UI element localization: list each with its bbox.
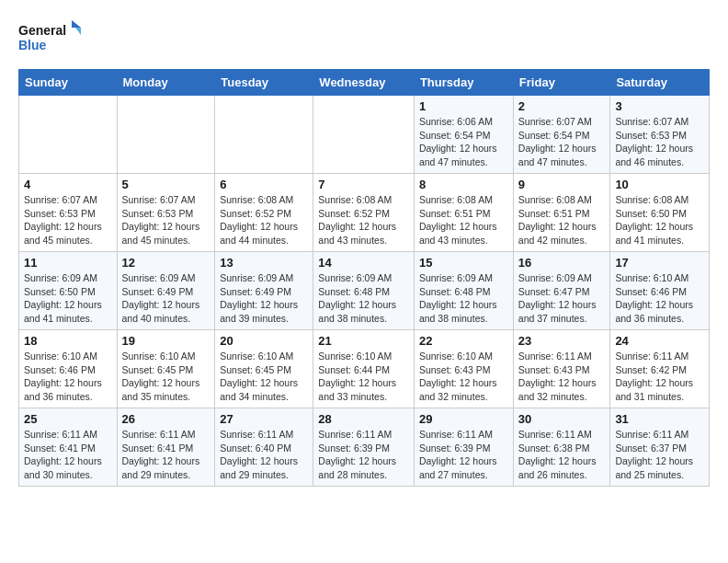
- svg-text:General: General: [18, 23, 66, 38]
- calendar-cell: 5Sunrise: 6:07 AM Sunset: 6:53 PM Daylig…: [117, 174, 215, 252]
- day-number: 9: [518, 178, 606, 191]
- calendar-cell: 20Sunrise: 6:10 AM Sunset: 6:45 PM Dayli…: [215, 330, 313, 408]
- calendar-week-3: 11Sunrise: 6:09 AM Sunset: 6:50 PM Dayli…: [19, 252, 710, 330]
- day-detail: Sunrise: 6:09 AM Sunset: 6:48 PM Dayligh…: [318, 271, 409, 326]
- calendar-cell: 29Sunrise: 6:11 AM Sunset: 6:39 PM Dayli…: [414, 408, 513, 487]
- day-detail: Sunrise: 6:08 AM Sunset: 6:52 PM Dayligh…: [220, 193, 308, 247]
- day-number: 31: [615, 412, 704, 426]
- day-detail: Sunrise: 6:06 AM Sunset: 6:54 PM Dayligh…: [419, 115, 508, 169]
- day-number: 21: [318, 334, 409, 348]
- logo: General Blue: [18, 18, 83, 60]
- day-number: 28: [318, 412, 409, 426]
- svg-marker-3: [75, 28, 81, 35]
- day-detail: Sunrise: 6:11 AM Sunset: 6:38 PM Dayligh…: [518, 428, 606, 482]
- day-detail: Sunrise: 6:10 AM Sunset: 6:46 PM Dayligh…: [24, 350, 112, 404]
- calendar-cell: 25Sunrise: 6:11 AM Sunset: 6:41 PM Dayli…: [19, 408, 118, 487]
- day-detail: Sunrise: 6:09 AM Sunset: 6:47 PM Dayligh…: [518, 271, 606, 326]
- calendar-body: 1Sunrise: 6:06 AM Sunset: 6:54 PM Daylig…: [19, 96, 710, 487]
- calendar-cell: 7Sunrise: 6:08 AM Sunset: 6:52 PM Daylig…: [313, 174, 415, 252]
- day-detail: Sunrise: 6:07 AM Sunset: 6:53 PM Dayligh…: [122, 193, 210, 247]
- day-number: 16: [518, 256, 606, 270]
- calendar-cell: 12Sunrise: 6:09 AM Sunset: 6:49 PM Dayli…: [117, 252, 215, 330]
- day-detail: Sunrise: 6:08 AM Sunset: 6:51 PM Dayligh…: [419, 193, 508, 247]
- day-number: 4: [24, 178, 112, 191]
- weekday-header-monday: Monday: [117, 70, 215, 96]
- day-number: 8: [419, 178, 508, 191]
- day-number: 19: [122, 334, 210, 348]
- logo-svg: General Blue: [18, 18, 83, 60]
- calendar-cell: 18Sunrise: 6:10 AM Sunset: 6:46 PM Dayli…: [19, 330, 118, 408]
- calendar-cell: [313, 96, 415, 174]
- day-detail: Sunrise: 6:11 AM Sunset: 6:43 PM Dayligh…: [518, 350, 606, 404]
- calendar-cell: 17Sunrise: 6:10 AM Sunset: 6:46 PM Dayli…: [610, 252, 710, 330]
- calendar-cell: 13Sunrise: 6:09 AM Sunset: 6:49 PM Dayli…: [215, 252, 313, 330]
- day-detail: Sunrise: 6:11 AM Sunset: 6:39 PM Dayligh…: [419, 428, 508, 482]
- day-detail: Sunrise: 6:11 AM Sunset: 6:37 PM Dayligh…: [615, 428, 704, 482]
- calendar-cell: [215, 96, 313, 174]
- calendar-week-4: 18Sunrise: 6:10 AM Sunset: 6:46 PM Dayli…: [19, 330, 710, 408]
- calendar-cell: 14Sunrise: 6:09 AM Sunset: 6:48 PM Dayli…: [313, 252, 415, 330]
- calendar-cell: 22Sunrise: 6:10 AM Sunset: 6:43 PM Dayli…: [414, 330, 513, 408]
- day-number: 6: [220, 178, 308, 191]
- day-detail: Sunrise: 6:09 AM Sunset: 6:48 PM Dayligh…: [419, 271, 508, 326]
- day-detail: Sunrise: 6:11 AM Sunset: 6:41 PM Dayligh…: [122, 428, 210, 482]
- calendar-cell: 27Sunrise: 6:11 AM Sunset: 6:40 PM Dayli…: [215, 408, 313, 487]
- calendar-cell: 16Sunrise: 6:09 AM Sunset: 6:47 PM Dayli…: [513, 252, 610, 330]
- calendar-cell: 11Sunrise: 6:09 AM Sunset: 6:50 PM Dayli…: [19, 252, 118, 330]
- weekday-header-tuesday: Tuesday: [215, 70, 313, 96]
- day-detail: Sunrise: 6:10 AM Sunset: 6:46 PM Dayligh…: [615, 271, 704, 326]
- calendar-cell: 28Sunrise: 6:11 AM Sunset: 6:39 PM Dayli…: [313, 408, 415, 487]
- day-detail: Sunrise: 6:09 AM Sunset: 6:49 PM Dayligh…: [220, 271, 308, 326]
- day-number: 1: [419, 99, 508, 113]
- day-detail: Sunrise: 6:09 AM Sunset: 6:49 PM Dayligh…: [122, 271, 210, 326]
- day-detail: Sunrise: 6:07 AM Sunset: 6:53 PM Dayligh…: [615, 115, 704, 169]
- calendar-week-1: 1Sunrise: 6:06 AM Sunset: 6:54 PM Daylig…: [19, 96, 710, 174]
- day-number: 23: [518, 334, 606, 348]
- svg-text:Blue: Blue: [18, 38, 47, 52]
- day-number: 7: [318, 178, 409, 191]
- calendar-cell: 19Sunrise: 6:10 AM Sunset: 6:45 PM Dayli…: [117, 330, 215, 408]
- day-detail: Sunrise: 6:08 AM Sunset: 6:51 PM Dayligh…: [518, 193, 606, 247]
- weekday-header-thursday: Thursday: [414, 70, 513, 96]
- calendar-header: SundayMondayTuesdayWednesdayThursdayFrid…: [19, 70, 710, 96]
- calendar-cell: 24Sunrise: 6:11 AM Sunset: 6:42 PM Dayli…: [610, 330, 710, 408]
- day-number: 25: [24, 412, 112, 426]
- calendar-cell: 31Sunrise: 6:11 AM Sunset: 6:37 PM Dayli…: [610, 408, 710, 487]
- day-detail: Sunrise: 6:11 AM Sunset: 6:41 PM Dayligh…: [24, 428, 112, 482]
- weekday-header-saturday: Saturday: [610, 70, 710, 96]
- day-number: 14: [318, 256, 409, 270]
- day-number: 15: [419, 256, 508, 270]
- day-number: 27: [220, 412, 308, 426]
- day-number: 11: [24, 256, 112, 270]
- calendar-cell: 3Sunrise: 6:07 AM Sunset: 6:53 PM Daylig…: [610, 96, 710, 174]
- calendar-table: SundayMondayTuesdayWednesdayThursdayFrid…: [18, 69, 710, 487]
- weekday-row: SundayMondayTuesdayWednesdayThursdayFrid…: [19, 70, 710, 96]
- calendar-cell: [117, 96, 215, 174]
- day-number: 10: [615, 178, 704, 191]
- day-number: 2: [518, 99, 606, 113]
- day-number: 18: [24, 334, 112, 348]
- calendar-week-5: 25Sunrise: 6:11 AM Sunset: 6:41 PM Dayli…: [19, 408, 710, 487]
- calendar-cell: 10Sunrise: 6:08 AM Sunset: 6:50 PM Dayli…: [610, 174, 710, 252]
- day-detail: Sunrise: 6:11 AM Sunset: 6:40 PM Dayligh…: [220, 428, 308, 482]
- page-header: General Blue: [18, 18, 710, 60]
- day-number: 12: [122, 256, 210, 270]
- day-detail: Sunrise: 6:10 AM Sunset: 6:43 PM Dayligh…: [419, 350, 508, 404]
- day-detail: Sunrise: 6:10 AM Sunset: 6:45 PM Dayligh…: [220, 350, 308, 404]
- calendar-cell: 21Sunrise: 6:10 AM Sunset: 6:44 PM Dayli…: [313, 330, 415, 408]
- calendar-cell: 15Sunrise: 6:09 AM Sunset: 6:48 PM Dayli…: [414, 252, 513, 330]
- calendar-cell: 1Sunrise: 6:06 AM Sunset: 6:54 PM Daylig…: [414, 96, 513, 174]
- day-detail: Sunrise: 6:10 AM Sunset: 6:44 PM Dayligh…: [318, 350, 409, 404]
- day-detail: Sunrise: 6:10 AM Sunset: 6:45 PM Dayligh…: [122, 350, 210, 404]
- calendar-week-2: 4Sunrise: 6:07 AM Sunset: 6:53 PM Daylig…: [19, 174, 710, 252]
- calendar-cell: 8Sunrise: 6:08 AM Sunset: 6:51 PM Daylig…: [414, 174, 513, 252]
- calendar-cell: 23Sunrise: 6:11 AM Sunset: 6:43 PM Dayli…: [513, 330, 610, 408]
- day-detail: Sunrise: 6:11 AM Sunset: 6:39 PM Dayligh…: [318, 428, 409, 482]
- weekday-header-sunday: Sunday: [19, 70, 118, 96]
- weekday-header-wednesday: Wednesday: [313, 70, 415, 96]
- day-number: 22: [419, 334, 508, 348]
- day-detail: Sunrise: 6:07 AM Sunset: 6:53 PM Dayligh…: [24, 193, 112, 247]
- calendar-cell: 30Sunrise: 6:11 AM Sunset: 6:38 PM Dayli…: [513, 408, 610, 487]
- calendar-cell: 2Sunrise: 6:07 AM Sunset: 6:54 PM Daylig…: [513, 96, 610, 174]
- day-detail: Sunrise: 6:09 AM Sunset: 6:50 PM Dayligh…: [24, 271, 112, 326]
